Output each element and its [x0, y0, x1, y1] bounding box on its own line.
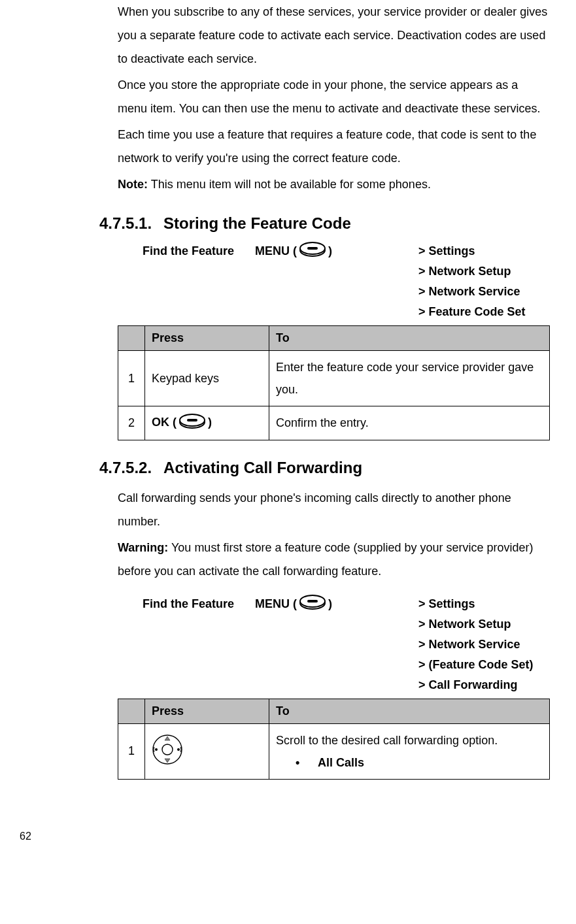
steps-table-2: Press To 1 [118, 699, 550, 780]
to-cell: Enter the feature code your service prov… [269, 351, 550, 406]
table-row: 1 Keypad keys Enter the feature code you… [118, 351, 550, 406]
bullet-text: All Calls [318, 751, 364, 774]
section-number-1: 4.7.5.1. [99, 214, 152, 233]
nav-path-line: > Settings [418, 244, 550, 258]
svg-rect-5 [187, 419, 197, 421]
nav-path-line: > (Feature Code Set) [418, 658, 550, 672]
table-header-to: To [269, 699, 550, 723]
ok-suffix: ) [208, 416, 212, 429]
menu-prefix: MENU ( [255, 244, 297, 258]
page-number: 62 [20, 831, 576, 842]
intro-paragraph-3: Each time you use a feature that require… [118, 123, 550, 170]
intro-note: Note: This menu item will not be availab… [118, 173, 550, 196]
nav-path-line: > Call Forwarding [418, 678, 550, 692]
warning-text: You must first store a feature code (sup… [118, 541, 534, 578]
find-feature-block-1: Find the Feature MENU ( ) > Settings > N… [143, 242, 550, 319]
svg-point-12 [177, 748, 180, 751]
nav-path-line: > Settings [418, 597, 550, 611]
press-cell: OK ( ) [145, 406, 269, 440]
to-text: Scroll to the desired call forwarding op… [276, 729, 543, 751]
menu-prefix: MENU ( [255, 597, 297, 611]
press-cell [145, 723, 269, 779]
step-number: 1 [118, 723, 145, 779]
table-header-num [118, 326, 145, 351]
press-cell: Keypad keys [145, 351, 269, 406]
softkey-icon [298, 242, 327, 261]
table-row: 1 Scroll to the desired cal [118, 723, 550, 779]
note-label: Note: [118, 178, 148, 191]
nav-path-line: > Network Setup [418, 618, 550, 631]
softkey-icon [178, 414, 207, 433]
svg-rect-8 [307, 600, 318, 602]
menu-instruction: MENU ( ) [255, 242, 418, 261]
section-heading-2: 4.7.5.2.Activating Call Forwarding [99, 459, 550, 477]
steps-table-1: Press To 1 Keypad keys Enter the feature… [118, 325, 550, 440]
section-number-2: 4.7.5.2. [99, 459, 152, 477]
find-feature-label: Find the Feature [143, 597, 255, 611]
note-text: This menu item will not be available for… [148, 178, 431, 191]
menu-suffix: ) [328, 244, 332, 258]
table-header-press: Press [145, 699, 269, 723]
svg-point-10 [162, 744, 173, 755]
to-cell: Scroll to the desired call forwarding op… [269, 723, 550, 779]
nav-path-line: > Network Service [418, 638, 550, 652]
bullet-item: • All Calls [296, 751, 543, 774]
section-title-2: Activating Call Forwarding [163, 459, 362, 476]
section-heading-1: 4.7.5.1.Storing the Feature Code [99, 214, 550, 233]
svg-rect-2 [307, 247, 318, 250]
step-number: 1 [118, 351, 145, 406]
step-number: 2 [118, 406, 145, 440]
softkey-icon [298, 595, 327, 614]
warning-label: Warning: [118, 541, 168, 554]
nav-pad-icon [152, 755, 183, 768]
find-feature-label: Find the Feature [143, 244, 255, 258]
menu-suffix: ) [328, 597, 332, 611]
section2-warning: Warning: You must first store a feature … [118, 536, 550, 583]
intro-paragraph-2: Once you store the appropriate code in y… [118, 73, 550, 120]
nav-path-line: > Network Service [418, 285, 550, 299]
section2-paragraph-1: Call forwarding sends your phone's incom… [118, 486, 550, 533]
bullet-icon: • [296, 751, 318, 774]
nav-path-line: > Feature Code Set [418, 305, 550, 319]
find-feature-block-2: Find the Feature MENU ( ) > Settings > N… [143, 595, 550, 692]
nav-path-line: > Network Setup [418, 265, 550, 278]
to-cell: Confirm the entry. [269, 406, 550, 440]
menu-instruction: MENU ( ) [255, 595, 418, 614]
section-title-1: Storing the Feature Code [163, 214, 351, 232]
svg-point-11 [155, 748, 158, 751]
table-header-to: To [269, 326, 550, 351]
table-row: 2 OK ( ) Confirm the entry. [118, 406, 550, 440]
table-header-num [118, 699, 145, 723]
table-header-press: Press [145, 326, 269, 351]
intro-paragraph-1: When you subscribe to any of these servi… [118, 0, 550, 71]
ok-prefix: OK ( [152, 416, 177, 429]
